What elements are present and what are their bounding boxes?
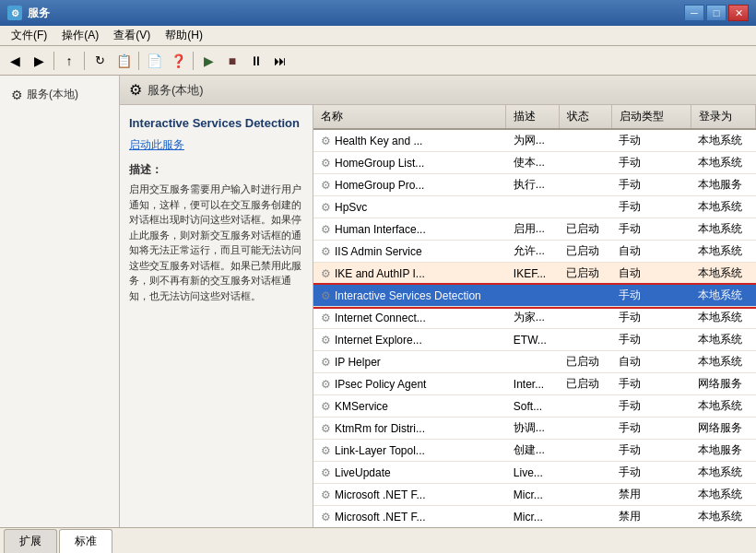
table-row[interactable]: ⚙ IPsec Policy AgentInter...已启动手动网络服务 — [313, 373, 756, 395]
service-name-cell: ⚙ HomeGroup List... — [313, 152, 506, 174]
service-cell-1: IKEF... — [506, 263, 559, 285]
menu-help[interactable]: 帮助(H) — [158, 26, 210, 45]
service-cell-2 — [559, 285, 611, 307]
service-cell-1: 使本... — [506, 152, 559, 174]
service-name-cell: ⚙ KtmRm for Distri... — [313, 418, 506, 440]
table-row[interactable]: ⚙ LiveUpdateLive...手动本地系统 — [313, 462, 756, 484]
menu-bar: 文件(F) 操作(A) 查看(V) 帮助(H) — [0, 26, 756, 46]
restore-button[interactable]: □ — [706, 5, 726, 21]
service-cell-4: 本地系统 — [691, 351, 755, 373]
service-cell-3: 手动 — [611, 129, 691, 152]
col-login[interactable]: 登录为 — [691, 105, 755, 129]
services-icon: ⚙ — [11, 88, 23, 102]
minimize-button[interactable]: ─ — [684, 5, 704, 21]
service-cell-3: 手动 — [611, 462, 691, 484]
sidebar-item-services[interactable]: ⚙ 服务(本地) — [4, 83, 115, 106]
content-area: ⚙ 服务(本地) Interactive Services Detection … — [120, 76, 756, 527]
tab-standard[interactable]: 标准 — [59, 529, 112, 553]
service-cell-1: 创建... — [506, 440, 559, 462]
service-name-cell: ⚙ IIS Admin Service — [313, 241, 506, 263]
help-button[interactable]: ❓ — [167, 50, 189, 72]
service-cell-1: Live... — [506, 462, 559, 484]
col-status[interactable]: 状态 — [559, 105, 611, 129]
close-button[interactable]: ✕ — [728, 5, 749, 21]
table-row[interactable]: ⚙ IP Helper已启动自动本地系统 — [313, 351, 756, 373]
table-row[interactable]: ⚙ Microsoft .NET F...Micr...禁用本地系统 — [313, 484, 756, 506]
service-name-cell: ⚙ Health Key and ... — [313, 129, 506, 152]
col-startup[interactable]: 启动类型 — [611, 105, 691, 129]
start-service-link[interactable]: 启动此服务 — [129, 137, 303, 153]
service-cell-2 — [559, 440, 611, 462]
service-cell-3: 手动 — [611, 395, 691, 418]
table-row[interactable]: ⚙ HpSvc手动本地系统 — [313, 196, 756, 218]
service-cell-2 — [559, 196, 611, 218]
pause-button[interactable]: ⏸ — [245, 50, 267, 72]
service-name-cell: ⚙ LiveUpdate — [313, 462, 506, 484]
forward-button[interactable]: ▶ — [28, 50, 50, 72]
service-cell-1 — [506, 196, 559, 218]
tab-expand[interactable]: 扩展 — [4, 529, 57, 553]
service-cell-4: 本地系统 — [691, 484, 755, 506]
service-cell-4: 本地系统 — [691, 307, 755, 329]
menu-action[interactable]: 操作(A) — [54, 26, 106, 45]
desc-label: 描述： — [129, 162, 303, 178]
service-cell-3: 手动 — [611, 329, 691, 351]
table-row[interactable]: ⚙ IKE and AuthIP I...IKEF...已启动自动本地系统 — [313, 263, 756, 285]
stop-button[interactable]: ■ — [221, 50, 243, 72]
service-cell-4: 本地系统 — [691, 129, 755, 152]
refresh-button[interactable]: ↻ — [89, 50, 111, 72]
service-cell-1: Soft... — [506, 395, 559, 418]
export-button[interactable]: 📋 — [112, 50, 135, 72]
table-row[interactable]: ⚙ HomeGroup List...使本...手动本地系统 — [313, 152, 756, 174]
service-cell-1: 启用... — [506, 218, 559, 241]
table-row[interactable]: ⚙ KtmRm for Distri...协调...手动网络服务 — [313, 418, 756, 440]
back-button[interactable]: ◀ — [4, 50, 26, 72]
service-cell-1: 执行... — [506, 174, 559, 196]
service-cell-2 — [559, 307, 611, 329]
service-cell-3: 手动 — [611, 196, 691, 218]
service-cell-4: 网络服务 — [691, 418, 755, 440]
col-name[interactable]: 名称 — [313, 105, 506, 129]
sidebar-item-label: 服务(本地) — [27, 87, 78, 102]
title-bar-title: 服务 — [28, 6, 50, 21]
properties-button[interactable]: 📄 — [143, 50, 165, 72]
table-row[interactable]: ⚙ Internet Connect...为家...手动本地系统 — [313, 307, 756, 329]
table-row[interactable]: ⚙ Link-Layer Topol...创建...手动本地服务 — [313, 440, 756, 462]
service-name-cell: ⚙ IKE and AuthIP I... — [313, 263, 506, 285]
table-row[interactable]: ⚙ Microsoft .NET F...Micr...禁用本地系统 — [313, 506, 756, 528]
table-row[interactable]: ⚙ Human Interface...启用...已启动手动本地系统 — [313, 218, 756, 241]
service-cell-1: Micr... — [506, 484, 559, 506]
service-detail-panel: Interactive Services Detection 启动此服务 描述：… — [120, 105, 313, 527]
service-cell-3: 自动 — [611, 263, 691, 285]
col-desc[interactable]: 描述 — [506, 105, 559, 129]
service-cell-4: 本地服务 — [691, 440, 755, 462]
restart-button[interactable]: ⏭ — [269, 50, 291, 72]
play-button[interactable]: ▶ — [197, 50, 219, 72]
services-table: 名称 描述 状态 启动类型 登录为 ⚙ Health Key and ...为网… — [313, 105, 756, 527]
service-table-container[interactable]: 名称 描述 状态 启动类型 登录为 ⚙ Health Key and ...为网… — [313, 105, 756, 527]
service-cell-3: 手动 — [611, 152, 691, 174]
sidebar: ⚙ 服务(本地) — [0, 76, 120, 527]
service-cell-1: 协调... — [506, 418, 559, 440]
table-row[interactable]: ⚙ Interactive Services Detection手动本地系统 — [313, 285, 756, 307]
service-name-cell: ⚙ Interactive Services Detection — [313, 285, 506, 307]
service-cell-4: 本地系统 — [691, 196, 755, 218]
menu-file[interactable]: 文件(F) — [4, 26, 54, 45]
table-row[interactable]: ⚙ Health Key and ...为网...手动本地系统 — [313, 129, 756, 152]
table-row[interactable]: ⚙ KMServiceSoft...手动本地系统 — [313, 395, 756, 418]
toolbar-separator-4 — [193, 52, 194, 70]
up-button[interactable]: ↑ — [58, 50, 80, 72]
service-cell-3: 手动 — [611, 373, 691, 395]
toolbar: ◀ ▶ ↑ ↻ 📋 📄 ❓ ▶ ■ ⏸ ⏭ — [0, 46, 756, 76]
service-cell-1 — [506, 351, 559, 373]
service-detail-title: Interactive Services Detection — [129, 116, 303, 130]
service-cell-4: 本地系统 — [691, 263, 755, 285]
service-cell-3: 手动 — [611, 285, 691, 307]
table-row[interactable]: ⚙ IIS Admin Service允许...已启动自动本地系统 — [313, 241, 756, 263]
service-cell-3: 手动 — [611, 218, 691, 241]
service-cell-2 — [559, 152, 611, 174]
table-row[interactable]: ⚙ HomeGroup Pro...执行...手动本地服务 — [313, 174, 756, 196]
table-row[interactable]: ⚙ Internet Explore...ETW...手动本地系统 — [313, 329, 756, 351]
menu-view[interactable]: 查看(V) — [106, 26, 158, 45]
service-cell-2: 已启动 — [559, 241, 611, 263]
